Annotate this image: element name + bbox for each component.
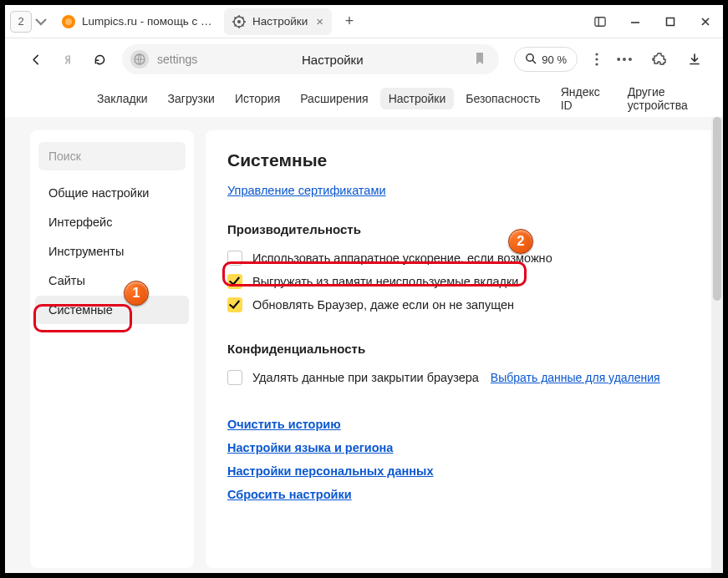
new-tab-button[interactable]: + <box>339 11 360 33</box>
bookmark-icon[interactable] <box>474 52 492 68</box>
subnav-item[interactable]: Расширения <box>292 88 376 109</box>
perf-label: Обновлять Браузер, даже если он не запущ… <box>252 298 514 312</box>
perf-checkbox[interactable] <box>227 274 242 289</box>
quick-link[interactable]: Настройки языка и региона <box>227 436 695 459</box>
page-actions-button[interactable] <box>586 53 608 66</box>
downloads-button[interactable] <box>681 53 708 66</box>
sidebar-item[interactable]: Общие настройки <box>35 179 189 207</box>
manage-certificates-link[interactable]: Управление сертификатами <box>227 184 385 197</box>
subnav-item[interactable]: История <box>227 88 288 109</box>
favicon-lumpics <box>62 15 75 28</box>
toolbar: settings Настройки 90 % ••• <box>5 38 723 80</box>
svg-point-9 <box>595 53 598 55</box>
choose-data-link[interactable]: Выбрать данные для удаления <box>491 371 660 384</box>
tab-label: Lumpics.ru - помощь с ком <box>82 15 212 28</box>
perf-row: Обновлять Браузер, даже если он не запущ… <box>227 293 695 317</box>
perf-checkbox[interactable] <box>227 251 242 266</box>
site-info-icon[interactable] <box>130 50 149 68</box>
sidebar-item[interactable]: Инструменты <box>35 237 189 266</box>
sidebar-item[interactable]: Системные <box>35 296 189 324</box>
settings-subnav: ЗакладкиЗагрузкиИсторияРасширенияНастрой… <box>5 80 723 117</box>
tab-dropdown-icon[interactable] <box>33 11 48 33</box>
sidebar-toggle-icon[interactable] <box>583 5 618 38</box>
svg-rect-2 <box>595 17 605 26</box>
minimize-button[interactable] <box>618 5 653 38</box>
tab-count-button[interactable]: 2 <box>10 11 32 33</box>
subnav-item[interactable]: Яндекс ID <box>552 81 616 116</box>
settings-pane: Системные Управление сертификатами Произ… <box>206 130 716 568</box>
zoom-value: 90 % <box>542 53 567 66</box>
omnibox-title: Настройки <box>197 53 467 67</box>
close-window-button[interactable] <box>688 5 723 38</box>
privacy-row: Удалять данные при закрытии браузера Выб… <box>227 366 695 389</box>
perf-label: Использовать аппаратное ускорение, если … <box>252 251 552 265</box>
zoom-indicator[interactable]: 90 % <box>514 47 578 72</box>
settings-sidebar: Поиск Общие настройкиИнтерфейсИнструмент… <box>30 130 194 568</box>
maximize-button[interactable] <box>653 5 688 38</box>
omnibox[interactable]: settings Настройки <box>122 44 499 74</box>
privacy-heading: Конфиденциальность <box>227 342 695 356</box>
scrollbar-track[interactable] <box>711 117 723 573</box>
subnav-item[interactable]: Загрузки <box>160 88 223 109</box>
svg-point-7 <box>527 53 533 60</box>
svg-line-8 <box>533 60 537 63</box>
subnav-item[interactable]: Другие устройства <box>619 81 723 116</box>
svg-rect-5 <box>667 18 675 25</box>
omnibox-url: settings <box>157 53 197 66</box>
perf-row: Использовать аппаратное ускорение, если … <box>227 246 695 270</box>
quick-link[interactable]: Настройки персональных данных <box>227 459 695 483</box>
magnifier-icon <box>525 53 537 67</box>
page-heading: Системные <box>227 150 695 170</box>
favicon-settings <box>232 15 246 28</box>
sidebar-item[interactable]: Сайты <box>35 266 189 295</box>
sidebar-search-input[interactable]: Поиск <box>38 142 186 170</box>
svg-point-11 <box>595 63 598 65</box>
subnav-item[interactable]: Настройки <box>380 88 455 109</box>
delete-on-close-label: Удалять данные при закрытии браузера <box>252 371 479 384</box>
tab-lumpics[interactable]: Lumpics.ru - помощь с ком <box>53 8 221 35</box>
extensions-button[interactable] <box>646 52 673 67</box>
perf-label: Выгружать из памяти неиспользуемые вклад… <box>252 275 518 288</box>
scrollbar-thumb[interactable] <box>713 117 721 301</box>
tab-strip: 2 Lumpics.ru - помощь с ком Настройки × … <box>5 5 723 38</box>
yandex-home-button[interactable] <box>53 45 82 74</box>
svg-point-1 <box>237 20 241 23</box>
quick-links: Очистить историюНастройки языка и регион… <box>227 413 695 506</box>
subnav-item[interactable]: Безопасность <box>457 88 548 109</box>
subnav-item[interactable]: Закладки <box>89 88 156 109</box>
tab-label: Настройки <box>252 15 308 28</box>
quick-link[interactable]: Сбросить настройки <box>227 483 695 506</box>
back-button[interactable] <box>22 45 50 74</box>
sidebar-item[interactable]: Интерфейс <box>35 208 189 236</box>
reload-button[interactable] <box>85 45 114 74</box>
tab-settings[interactable]: Настройки × <box>224 8 332 35</box>
menu-button[interactable]: ••• <box>613 53 638 66</box>
performance-heading: Производительность <box>227 222 695 236</box>
content-area: Поиск Общие настройкиИнтерфейсИнструмент… <box>5 117 723 573</box>
perf-row: Выгружать из памяти неиспользуемые вклад… <box>227 270 695 293</box>
perf-checkbox[interactable] <box>227 297 242 312</box>
quick-link[interactable]: Очистить историю <box>227 413 695 436</box>
svg-point-10 <box>595 58 598 60</box>
search-placeholder: Поиск <box>48 150 81 163</box>
delete-on-close-checkbox[interactable] <box>227 370 242 385</box>
close-icon[interactable]: × <box>316 14 323 28</box>
